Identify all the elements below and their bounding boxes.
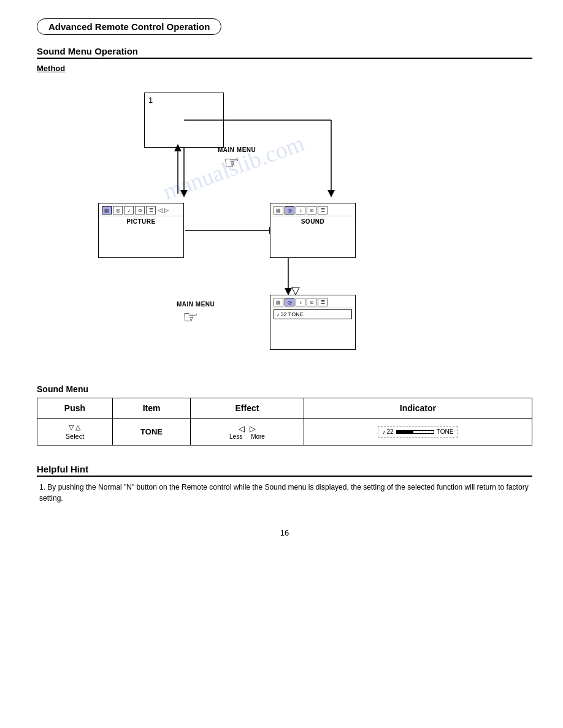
page-wrapper: Advanced Remote Control Operation Sound …	[37, 18, 532, 537]
hint-section: Helpful Hint By pushing the Normal "N" b…	[37, 464, 532, 504]
sound-menu-title: Sound Menu	[37, 384, 532, 394]
sound-menu-section: Sound Menu Push Item Effect Indicator ▽ …	[37, 384, 532, 446]
tone-item: ♪ 32 TONE	[274, 309, 352, 319]
col-push: Push	[37, 398, 113, 419]
hint-item: By pushing the Normal "N" button on the …	[39, 482, 532, 504]
section-header: Sound Menu Operation	[37, 46, 532, 59]
tone-box: ▤ ◎ ♪ ⊙ ☰ ♪ 32 TONE	[270, 295, 356, 350]
main-menu-box: 1	[144, 93, 224, 148]
sub-header: Method	[37, 64, 532, 73]
select-arrows: ▽ △ Select	[41, 423, 109, 440]
indicator-track	[396, 430, 434, 434]
cell-item: TONE	[112, 419, 190, 446]
sound-box: ▤ ◎ ♪ ⊙ ☰ SOUND	[270, 203, 356, 258]
picture-label: PICTURE	[99, 216, 183, 225]
page-number: 16	[37, 528, 532, 537]
indicator-bar: ♪ 22 TONE	[378, 426, 458, 438]
tone-icon-selected: ◎	[285, 298, 294, 306]
less-more: ◁ ▷ Less More	[194, 424, 300, 440]
indicator-fill	[397, 431, 413, 433]
hand-icon-1: ☞	[224, 153, 239, 173]
col-effect: Effect	[191, 398, 304, 419]
diagram-area: manualslib.com 1 MAIN MENU ☞	[37, 80, 532, 374]
cell-push: ▽ △ Select	[37, 419, 113, 446]
picture-box: ▤ ◎ ♪ ⊙ ☰ ◁ ▷ PICTURE	[98, 203, 184, 258]
sound-label: SOUND	[270, 216, 355, 225]
hand-icon-2: ☞	[183, 307, 198, 327]
cell-effect: ◁ ▷ Less More	[191, 419, 304, 446]
cell-indicator: ♪ 22 TONE	[304, 419, 532, 446]
col-indicator: Indicator	[304, 398, 532, 419]
page-title: Advanced Remote Control Operation	[37, 18, 221, 35]
sound-table: Push Item Effect Indicator ▽ △ Select	[37, 398, 532, 446]
hint-header: Helpful Hint	[37, 464, 532, 477]
table-row: ▽ △ Select TONE ◁ ▷	[37, 419, 532, 446]
col-item: Item	[112, 398, 190, 419]
sound-icon-selected: ◎	[285, 206, 294, 214]
picture-icon-selected: ▤	[102, 206, 112, 214]
hint-list: By pushing the Normal "N" button on the …	[37, 482, 532, 504]
box-num: 1	[145, 93, 223, 107]
